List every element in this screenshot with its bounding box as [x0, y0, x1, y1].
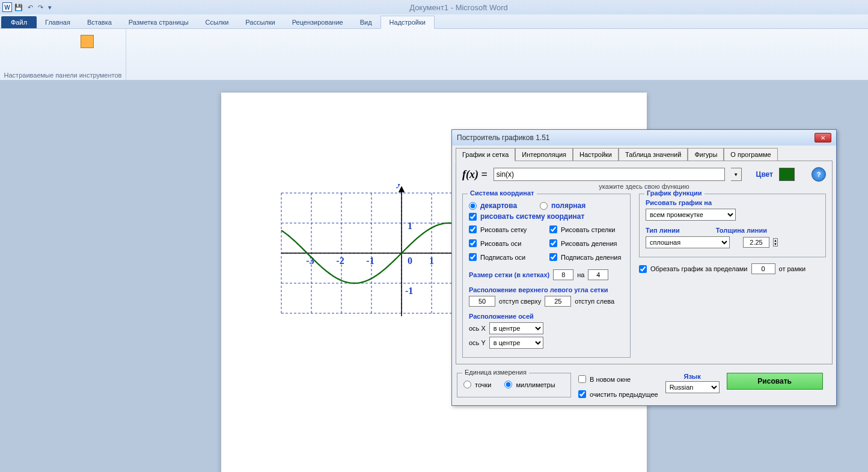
chk-sign-ticks[interactable]: [549, 253, 557, 261]
coord-system-fieldset: Система координат декартова полярная рис…: [462, 194, 631, 358]
dtab-graph-grid[interactable]: График и сетка: [456, 148, 515, 161]
axis-x-select[interactable]: в центре: [489, 322, 543, 334]
radio-points[interactable]: [463, 381, 471, 388]
label-new-window: В новом окне: [590, 376, 631, 383]
chk-draw-system[interactable]: [469, 213, 477, 221]
ribbon: Настраиваемые панели инструментов: [0, 29, 868, 81]
draw-on-label: Рисовать график на: [646, 199, 819, 206]
svg-text:0: 0: [408, 256, 412, 266]
label-draw-system: рисовать систему координат: [480, 212, 584, 221]
units-title: Единица измерения: [462, 369, 529, 376]
top-offset-input[interactable]: [469, 296, 495, 307]
axis-x-label: ось X: [469, 325, 486, 332]
redo-icon[interactable]: ↷: [38, 4, 43, 11]
ribbon-group-custom-toolbars: Настраиваемые панели инструментов: [0, 29, 126, 80]
svg-text:y: y: [396, 184, 402, 188]
dtab-figures[interactable]: Фигуры: [688, 148, 724, 161]
chk-sign-axes[interactable]: [469, 253, 477, 261]
label-mm: миллиметры: [516, 381, 555, 388]
chk-new-window[interactable]: [578, 375, 586, 383]
tab-file[interactable]: Файл: [1, 16, 37, 28]
label-cartesian: декартова: [480, 201, 517, 210]
dtab-about[interactable]: О программе: [724, 148, 777, 161]
radio-polar[interactable]: [540, 202, 548, 210]
grid-pos-title: Расположение верхнего левого угла сетки: [469, 286, 624, 293]
function-input[interactable]: [494, 168, 725, 181]
chk-draw-grid[interactable]: [469, 225, 477, 233]
left-offset-input[interactable]: [545, 296, 571, 307]
dtab-value-table[interactable]: Таблица значений: [619, 148, 688, 161]
addin-icon[interactable]: [81, 35, 94, 48]
tab-layout[interactable]: Разметка страницы: [120, 16, 197, 28]
line-width-label: Толщина линии: [716, 227, 767, 234]
chk-draw-arrows[interactable]: [549, 225, 557, 233]
titlebar: W 💾 ↶ ↷ ▾ Документ1 - Microsoft Word: [0, 0, 868, 14]
chk-draw-axes[interactable]: [469, 239, 477, 247]
draw-on-select[interactable]: всем промежутке: [646, 209, 736, 221]
left-offset-label: отступ слева: [575, 298, 614, 305]
svg-text:1: 1: [429, 256, 434, 266]
top-offset-label: отступ сверху: [499, 298, 541, 305]
svg-text:1: 1: [408, 221, 412, 231]
grid-size-label: Размер сетки (в клетках): [469, 271, 549, 278]
word-icon: W: [2, 2, 12, 12]
dialog-tabs: График и сетка Интерполяция Настройки Та…: [452, 146, 836, 161]
save-icon[interactable]: 💾: [14, 4, 23, 11]
tab-references[interactable]: Ссылки: [197, 16, 237, 28]
label-sign-ticks: Подписать деления: [561, 254, 621, 261]
label-points: точки: [475, 381, 491, 388]
svg-marker-17: [399, 187, 404, 192]
radio-mm[interactable]: [504, 381, 512, 388]
ribbon-tabs: Файл Главная Вставка Разметка страницы С…: [0, 14, 868, 29]
label-draw-arrows: Рисовать стрелки: [561, 226, 615, 233]
draw-button[interactable]: Рисовать: [727, 373, 823, 390]
window-title: Документ1 - Microsoft Word: [52, 3, 866, 12]
dialog-titlebar[interactable]: Построитель графиков 1.51 ✕: [452, 130, 836, 146]
line-type-label: Тип линии: [646, 227, 680, 234]
color-label: Цвет: [756, 170, 773, 179]
dtab-interpolation[interactable]: Интерполяция: [515, 148, 573, 161]
radio-cartesian[interactable]: [469, 202, 477, 210]
undo-icon[interactable]: ↶: [28, 4, 33, 11]
tab-review[interactable]: Рецензирование: [284, 16, 352, 28]
svg-text:-2: -2: [336, 256, 344, 266]
coord-title: Система координат: [468, 189, 537, 197]
color-picker[interactable]: [779, 168, 795, 181]
dialog-title-text: Построитель графиков 1.51: [457, 133, 550, 142]
axis-y-select[interactable]: в центре: [489, 337, 543, 349]
tab-home[interactable]: Главная: [37, 16, 79, 28]
tab-mailings[interactable]: Рассылки: [237, 16, 283, 28]
axis-y-label: ось Y: [469, 339, 486, 346]
tab-addins[interactable]: Надстройки: [381, 16, 435, 29]
label-clear-prev: очистить предыдущее: [590, 391, 658, 398]
tab-insert[interactable]: Вставка: [79, 16, 120, 28]
dtab-settings[interactable]: Настройки: [573, 148, 619, 161]
func-title: График функции: [644, 189, 704, 197]
spinner-icon[interactable]: ▲▼: [773, 238, 778, 247]
label-polar: полярная: [551, 201, 585, 210]
dialog-content: f(x) = ▼ Цвет ? укажите здесь свою функц…: [456, 161, 833, 364]
grid-by-label: на: [577, 271, 584, 278]
label-sign-axes: Подписать оси: [480, 254, 525, 261]
function-dropdown[interactable]: ▼: [731, 168, 742, 181]
grid-width-input[interactable]: [553, 269, 573, 280]
axes-pos-title: Расположение осей: [469, 313, 624, 320]
grid-height-input[interactable]: [588, 269, 608, 280]
function-graph-fieldset: График функции Рисовать график на всем п…: [639, 194, 826, 257]
clip-input[interactable]: [751, 263, 775, 274]
line-type-select[interactable]: сплошная: [646, 236, 730, 248]
line-width-input[interactable]: [743, 237, 769, 248]
svg-text:-1: -1: [366, 256, 374, 266]
dialog-bottom: Единица измерения точки миллиметры В нов…: [452, 368, 836, 405]
tab-view[interactable]: Вид: [352, 16, 381, 28]
label-draw-grid: Рисовать сетку: [480, 226, 527, 233]
lang-select[interactable]: Russian: [665, 381, 720, 393]
svg-text:-1: -1: [405, 286, 413, 296]
help-button[interactable]: ?: [811, 167, 826, 182]
chk-draw-ticks[interactable]: [549, 239, 557, 247]
chk-clip[interactable]: [639, 265, 647, 273]
lang-label: Язык: [683, 373, 700, 380]
quick-access-toolbar: 💾 ↶ ↷ ▾: [14, 4, 52, 11]
chk-clear-prev[interactable]: [578, 390, 586, 398]
close-button[interactable]: ✕: [815, 133, 831, 143]
